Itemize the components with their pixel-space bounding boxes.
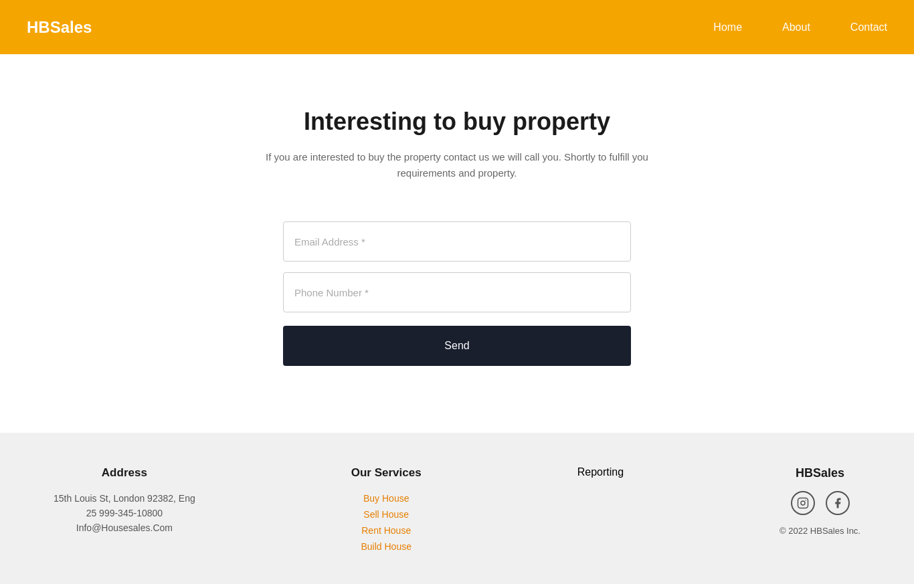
footer-social-links xyxy=(791,491,850,515)
footer-brand-col: HBSales © 2022 HBSales Inc. xyxy=(780,466,860,536)
footer-copyright: © 2022 HBSales Inc. xyxy=(780,526,860,536)
instagram-icon[interactable] xyxy=(791,491,815,515)
main-content: Interesting to buy property If you are i… xyxy=(0,54,914,433)
footer-email: Info@Housesales.Com xyxy=(76,522,173,533)
footer-phone: 25 999-345-10800 xyxy=(86,508,163,518)
svg-point-1 xyxy=(801,501,805,505)
nav-home[interactable]: Home xyxy=(713,21,742,33)
footer-service-sell[interactable]: Sell House xyxy=(363,509,409,520)
footer-service-buy[interactable]: Buy House xyxy=(363,493,409,504)
footer-services-col: Our Services Buy House Sell House Rent H… xyxy=(351,466,422,557)
footer-company-col: Reporting xyxy=(577,466,624,478)
footer-street: 15th Louis St, London 92382, Eng xyxy=(54,493,195,504)
page-title: Interesting to buy property xyxy=(304,108,610,136)
send-button[interactable]: Send xyxy=(283,326,631,366)
phone-field[interactable] xyxy=(283,272,631,312)
site-logo: HBSales xyxy=(27,18,92,37)
footer-service-rent[interactable]: Rent House xyxy=(361,525,411,536)
footer-services-heading: Our Services xyxy=(351,466,422,480)
footer-address-heading: Address xyxy=(102,466,147,480)
footer-service-build[interactable]: Build House xyxy=(361,541,412,552)
contact-form: Send xyxy=(283,221,631,366)
nav-about[interactable]: About xyxy=(782,21,810,33)
footer-address-col: Address 15th Louis St, London 92382, Eng… xyxy=(54,466,195,537)
facebook-icon[interactable] xyxy=(826,491,850,515)
page-description: If you are interested to buy the propert… xyxy=(250,149,664,181)
site-footer: Address 15th Louis St, London 92382, Eng… xyxy=(0,433,914,584)
main-nav: Home About Contact xyxy=(713,21,887,33)
nav-contact[interactable]: Contact xyxy=(850,21,887,33)
svg-point-2 xyxy=(805,500,806,501)
svg-rect-0 xyxy=(798,498,808,508)
footer-brand-name: HBSales xyxy=(796,466,844,480)
email-field[interactable] xyxy=(283,221,631,262)
